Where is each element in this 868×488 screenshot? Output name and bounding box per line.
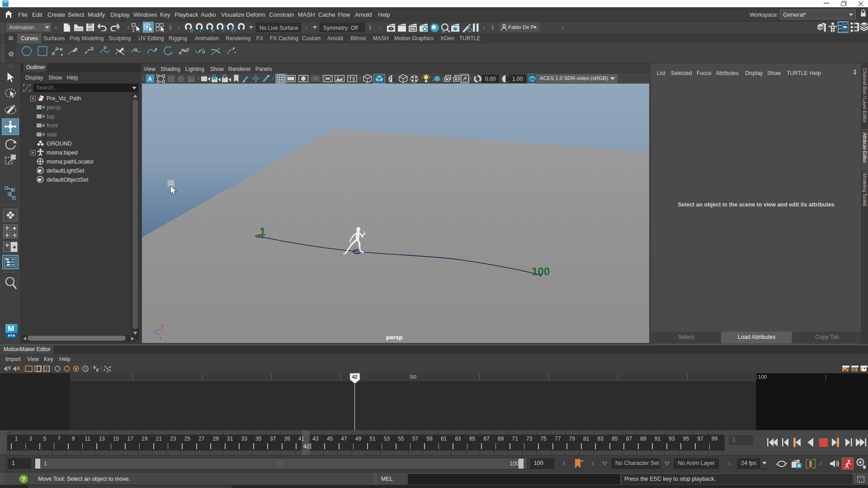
svg-text:T: T — [349, 76, 352, 81]
svg-text:ON: ON — [530, 78, 535, 81]
svg-text:z: z — [159, 335, 162, 341]
svg-text:x: x — [161, 323, 164, 328]
svg-text:IPR: IPR — [410, 28, 415, 31]
svg-text:persp: persp — [386, 334, 403, 341]
svg-text:{;}: {;} — [859, 479, 864, 483]
svg-text:y: y — [152, 317, 155, 322]
svg-text:100: 100 — [532, 265, 550, 277]
svg-text:1: 1 — [259, 225, 265, 238]
svg-text:?: ? — [22, 476, 25, 483]
svg-text:42: 42 — [352, 374, 358, 380]
